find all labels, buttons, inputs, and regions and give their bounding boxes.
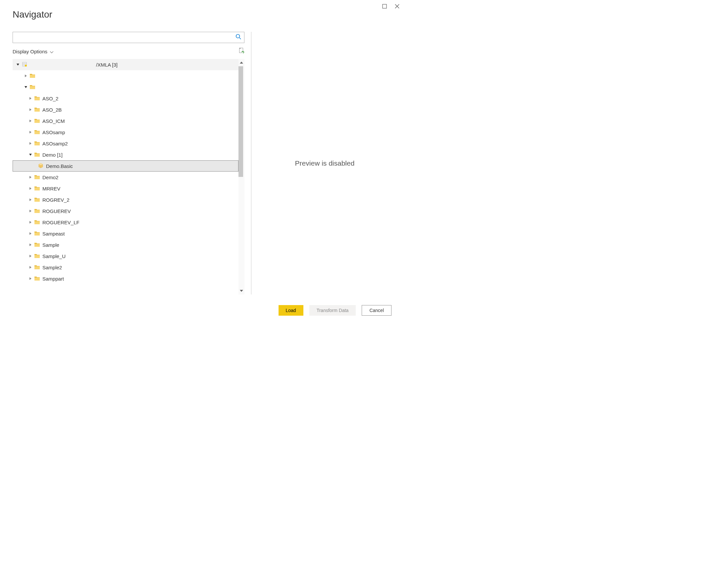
tree-item-label: Sampeast (43, 231, 65, 236)
scroll-up-icon[interactable] (240, 60, 243, 66)
tree-folder-row[interactable]: ROGUEREV (12, 205, 238, 217)
tree-folder-row[interactable]: ROGREV_2 (12, 194, 238, 205)
tree-item-label: ASO_2B (43, 107, 61, 112)
tree-folder-row[interactable]: Demo2 (12, 172, 238, 183)
toggle-collapsed-icon[interactable] (28, 254, 32, 258)
database-icon (22, 61, 30, 68)
tree-folder-row[interactable]: ASOsamp2 (12, 138, 238, 149)
chevron-down-icon (50, 49, 53, 54)
tree-item-label: Demo [1] (43, 152, 62, 158)
tree-item-label: Demo.Basic (46, 163, 73, 169)
toggle-collapsed-icon[interactable] (28, 142, 32, 145)
preview-disabled-text: Preview is disabled (295, 159, 355, 167)
toggle-collapsed-icon[interactable] (28, 175, 32, 179)
tree-item-label: Sample2 (43, 265, 62, 270)
tree-folder-row[interactable] (12, 81, 238, 93)
tree-item-label: ROGUEREV (43, 208, 71, 214)
folder-icon (34, 152, 43, 158)
display-options-dropdown[interactable]: Display Options (12, 49, 53, 54)
folder-icon (34, 242, 43, 248)
refresh-icon[interactable] (238, 48, 244, 55)
tree-item-label: Sample_U (43, 253, 66, 259)
tree-item-label: Samppart (43, 276, 64, 282)
maximize-icon[interactable] (382, 4, 387, 10)
tree-folder-row[interactable]: ASO_ICM (12, 115, 238, 127)
toggle-collapsed-icon[interactable] (28, 265, 32, 269)
tree-item-label: MRREV (43, 186, 60, 192)
navigator-left-pane: Display Options (12, 32, 244, 295)
tree-cube-demo-basic[interactable]: Demo.Basic (12, 160, 238, 172)
transform-data-button[interactable]: Transform Data (309, 305, 356, 316)
scroll-thumb[interactable] (238, 66, 243, 177)
toggle-expanded-icon[interactable] (24, 85, 28, 89)
folder-icon (30, 84, 38, 90)
folder-icon (34, 253, 43, 259)
tree-folder-row[interactable]: Samppart (12, 273, 238, 284)
folder-icon (34, 276, 43, 282)
load-button[interactable]: Load (279, 305, 303, 316)
toggle-collapsed-icon[interactable] (28, 209, 32, 213)
folder-icon (34, 175, 43, 180)
tree-folder-row[interactable]: Sample2 (12, 262, 238, 273)
tree-folder-row[interactable]: ASO_2B (12, 104, 238, 115)
toggle-collapsed-icon[interactable] (28, 243, 32, 247)
svg-rect-0 (383, 4, 387, 8)
tree-item-label: ASOsamp (43, 129, 65, 135)
folder-icon (34, 141, 43, 146)
cube-icon (38, 163, 46, 169)
toggle-collapsed-icon[interactable] (28, 108, 32, 111)
folder-icon (34, 186, 43, 192)
search-icon[interactable] (235, 34, 241, 41)
folder-icon (34, 220, 43, 225)
dialog-title: Navigator (12, 9, 52, 20)
folder-icon (34, 208, 43, 214)
tree-root-row[interactable]: /XMLA [3] (12, 59, 238, 70)
tree-folder-row[interactable]: ROGUEREV_LF (12, 217, 238, 228)
svg-point-10 (25, 65, 27, 67)
toggle-collapsed-icon[interactable] (28, 198, 32, 202)
search-input[interactable] (16, 35, 235, 40)
search-box[interactable] (12, 32, 244, 43)
tree-item-label: ASOsamp2 (43, 141, 68, 146)
tree-item-label: Sample (43, 242, 59, 248)
toggle-collapsed-icon[interactable] (28, 186, 32, 191)
tree-folder-row[interactable]: MRREV (12, 183, 238, 194)
tree-item-label: Demo2 (43, 175, 58, 180)
folder-icon (34, 231, 43, 236)
toggle-collapsed-icon[interactable] (28, 231, 32, 235)
toggle-collapsed-icon[interactable] (24, 74, 28, 78)
navigator-tree[interactable]: /XMLA [3] (12, 59, 238, 295)
tree-folder-row[interactable]: Sampeast (12, 228, 238, 239)
svg-point-3 (236, 34, 240, 38)
display-options-label: Display Options (12, 49, 47, 54)
toggle-collapsed-icon[interactable] (28, 96, 32, 100)
cancel-button[interactable]: Cancel (362, 305, 391, 316)
folder-icon (34, 197, 43, 203)
tree-folder-demo[interactable]: Demo [1] (12, 149, 238, 160)
folder-icon (34, 265, 43, 270)
folder-icon (34, 118, 43, 124)
folder-icon (30, 73, 38, 79)
close-icon[interactable] (395, 4, 399, 10)
scroll-down-icon[interactable] (240, 288, 243, 294)
tree-folder-row[interactable] (12, 70, 238, 81)
tree-folder-row[interactable]: Sample_U (12, 250, 238, 262)
toggle-collapsed-icon[interactable] (28, 277, 32, 281)
toggle-collapsed-icon[interactable] (28, 119, 32, 123)
tree-item-label: ASO_2 (43, 96, 58, 101)
toggle-expanded-icon[interactable] (16, 62, 20, 67)
tree-item-label: ASO_ICM (43, 118, 65, 124)
toggle-collapsed-icon[interactable] (28, 130, 32, 134)
folder-icon (34, 129, 43, 135)
toggle-collapsed-icon[interactable] (28, 220, 32, 224)
tree-folder-row[interactable]: Sample (12, 239, 238, 250)
tree-folder-row[interactable]: ASO_2 (12, 93, 238, 104)
folder-icon (34, 107, 43, 112)
tree-scrollbar[interactable] (238, 59, 244, 295)
tree-folder-row[interactable]: ASOsamp (12, 127, 238, 138)
tree-item-label: ROGUEREV_LF (43, 220, 79, 225)
toggle-expanded-icon[interactable] (28, 153, 32, 157)
preview-pane: Preview is disabled (258, 32, 391, 295)
tree-root-label: /XMLA [3] (96, 62, 118, 68)
tree-item-label: ROGREV_2 (43, 197, 70, 203)
